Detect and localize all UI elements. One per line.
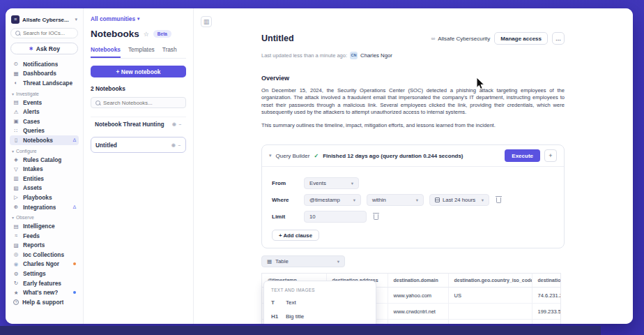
sidebar-item-intakes[interactable]: ▽ Intakes <box>10 164 79 174</box>
notebook-item-title: Untitled <box>95 142 117 149</box>
sidebar-item-events[interactable]: ▤ Events <box>10 98 79 107</box>
execute-button[interactable]: Execute <box>505 149 540 162</box>
query-builder-card: ▾ Query Builder ✓ Finished 12 days ago (… <box>261 144 565 248</box>
cell: 172.66.40. <box>532 320 561 324</box>
sidebar-item-label: Integrations <box>23 204 56 211</box>
sidebar-item-ioc-collections[interactable]: ◎ Ioc Collections <box>10 250 79 260</box>
notebook-list-item[interactable]: Notebook Threat Hunting ◉ – <box>91 117 186 131</box>
check-icon: ✓ <box>314 153 319 159</box>
manage-access-button[interactable]: Manage access <box>494 32 548 45</box>
menu-item-text[interactable]: T Text <box>264 295 376 309</box>
sidebar-item-notebooks[interactable]: ▯ Notebooks ∆ <box>10 135 79 145</box>
sidebar-item-whats-new[interactable]: ★ What's new? <box>10 288 79 297</box>
text-block-icon: T <box>271 299 281 306</box>
section-investigate[interactable]: ▾ Investigate <box>10 90 79 98</box>
sidebar-item-threat-landscape[interactable]: ◐ Threat Landscape <box>10 78 79 88</box>
sidebar-item-reports[interactable]: ▨ Reports <box>10 241 79 251</box>
last-updated-text: Last updated less than a minute ago: <box>261 52 347 59</box>
add-query-button[interactable]: + <box>544 149 557 162</box>
notebook-icon: ▯ <box>13 137 20 143</box>
delete-clause-icon[interactable] <box>496 198 501 203</box>
sidebar-item-alerts[interactable]: ⚠ Alerts <box>10 107 79 117</box>
notebook-search-box[interactable] <box>91 97 186 108</box>
chevron-down-icon: ▾ <box>12 215 14 220</box>
column-header[interactable]: destination.geo.country_iso_code <box>448 274 532 288</box>
menu-item-big-title[interactable]: H1 Big title <box>264 309 376 323</box>
notebook-count: 2 Notebooks <box>91 85 186 92</box>
app-window: ≡ Allsafe Cyberse... ▾ ∗ Ask Roy ⊙ Notif… <box>6 8 633 324</box>
sidebar-item-entities[interactable]: ▥ Entities <box>10 174 79 184</box>
gear-icon: ⚙ <box>13 271 20 277</box>
sidebar-item-help-support[interactable]: ? Help & support <box>10 297 79 307</box>
sidebar-item-queries[interactable]: ∷ Queries <box>10 126 79 136</box>
sidebar-item-user[interactable]: ◉ Charles Ngor <box>10 260 79 269</box>
chevron-down-icon: ▾ <box>75 17 77 22</box>
limit-input[interactable] <box>309 214 361 220</box>
sidebar: ≡ Allsafe Cyberse... ▾ ∗ Ask Roy ⊙ Notif… <box>6 8 84 324</box>
workspace-selector[interactable]: ≡ Allsafe Cyberse... ▾ <box>10 14 79 28</box>
globe-icon: ◐ <box>13 80 20 86</box>
new-notebook-button[interactable]: + New notebook <box>91 66 186 77</box>
menu-item-label: Text <box>286 299 296 306</box>
sidebar-item-notifications[interactable]: ⊙ Notifications <box>10 59 79 69</box>
sparkle-icon: ∗ <box>29 45 33 52</box>
community-filter[interactable]: All communities ▾ <box>91 15 186 22</box>
tab-trash[interactable]: Trash <box>162 46 177 58</box>
labs-flask-icon: ∆ <box>73 137 76 142</box>
favorite-star-icon[interactable]: ☆ <box>144 31 149 38</box>
sidebar-item-playbooks[interactable]: ▷ Playbooks <box>10 193 79 202</box>
tab-notebooks[interactable]: Notebooks <box>91 46 121 58</box>
collapse-panel-icon[interactable]: ▥ <box>201 16 212 27</box>
where-field-select[interactable]: @timestamp ▾ <box>304 194 361 206</box>
sidebar-item-label: Settings <box>23 270 46 277</box>
sidebar-item-label: Early features <box>23 280 61 287</box>
more-options-button[interactable]: … <box>552 32 565 45</box>
ioc-search-input[interactable] <box>23 30 73 36</box>
main-content: ▥ Untitled ∞ Allsafe Cybersecurity Manag… <box>194 8 633 324</box>
ask-roy-button[interactable]: ∗ Ask Roy <box>10 43 78 54</box>
sidebar-item-settings[interactable]: ⚙ Settings <box>10 269 79 278</box>
sidebar-item-label: Entities <box>23 175 44 182</box>
tab-templates[interactable]: Templates <box>128 46 155 58</box>
sidebar-item-cases[interactable]: ▣ Cases <box>10 117 79 126</box>
notebook-list-item-selected[interactable]: Untitled ◉ – <box>91 137 186 153</box>
calendar-icon <box>435 198 440 202</box>
view-type-select[interactable]: ▦ Table ▾ <box>261 255 345 267</box>
sidebar-item-label: Threat Landscape <box>23 80 72 87</box>
from-select[interactable]: Events ▾ <box>304 177 359 189</box>
time-range-select[interactable]: Last 24 hours ▾ <box>429 194 489 206</box>
overview-paragraph: This summary outlines the timeline, impa… <box>261 122 565 129</box>
bell-icon: ⊙ <box>13 61 20 67</box>
notebook-search-input[interactable] <box>103 100 181 106</box>
sidebar-item-integrations[interactable]: ⊕ Integrations ∆ <box>10 202 79 212</box>
sidebar-item-dashboards[interactable]: ▦ Dashboards <box>10 69 79 79</box>
section-configure[interactable]: ▾ Configure <box>10 147 79 155</box>
chevron-down-icon: ▾ <box>482 198 484 203</box>
sidebar-item-assets[interactable]: ▧ Assets <box>10 184 79 193</box>
refresh-icon: ↻ <box>13 280 20 286</box>
add-clause-button[interactable]: + Add clause <box>272 230 319 241</box>
target-icon: ◎ <box>13 251 20 258</box>
chevron-down-icon: ▾ <box>12 149 14 154</box>
cell: www.crwdcntrl.net <box>388 304 448 320</box>
ioc-search-box[interactable] <box>10 28 78 38</box>
sidebar-item-label: Queries <box>23 127 45 134</box>
sidebar-item-feeds[interactable]: ≈ Feeds <box>10 231 79 241</box>
delete-clause-icon[interactable] <box>374 214 378 220</box>
search-icon <box>95 100 100 105</box>
chevron-down-icon: ▾ <box>416 198 418 203</box>
sidebar-item-intelligence[interactable]: ▤ Intelligence <box>10 221 79 231</box>
column-header[interactable]: destination.domain <box>388 274 448 288</box>
sidebar-item-rules-catalog[interactable]: ◈ Rules Catalog <box>10 155 79 165</box>
chevron-down-icon[interactable]: ▾ <box>269 153 272 158</box>
column-header[interactable]: destinatio <box>532 274 561 288</box>
section-observe[interactable]: ▾ Observe <box>10 214 79 221</box>
search-icon <box>15 31 20 36</box>
sidebar-item-early-features[interactable]: ↻ Early features <box>10 278 79 288</box>
alert-icon: ⚠ <box>13 109 20 115</box>
sidebar-item-label: Charles Ngor <box>23 260 59 267</box>
document-title[interactable]: Untitled <box>261 34 294 43</box>
notebooks-panel: All communities ▾ Notebooks ☆ Beta Noteb… <box>84 8 194 324</box>
where-operator-select[interactable]: within ▾ <box>367 194 424 206</box>
document-icon: ▨ <box>13 242 20 248</box>
